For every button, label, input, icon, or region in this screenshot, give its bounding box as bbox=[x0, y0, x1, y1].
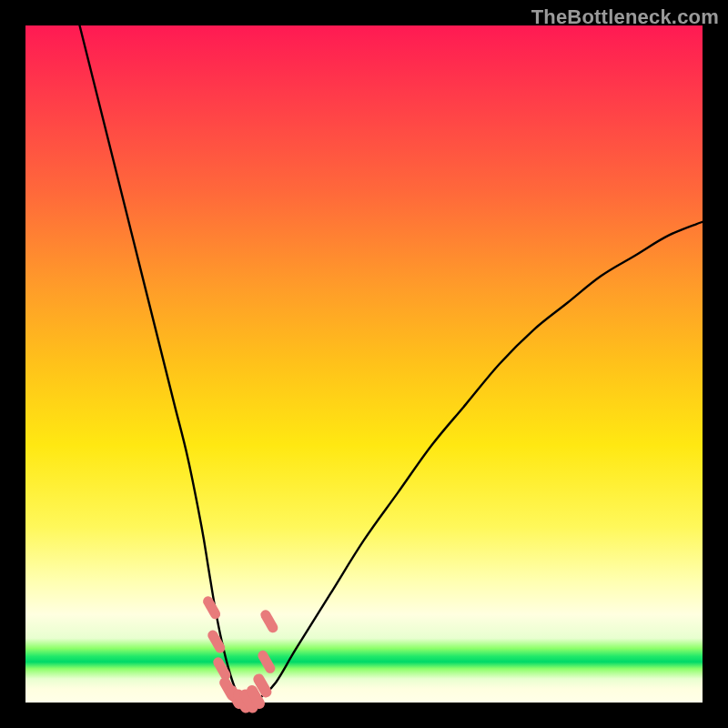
plot-area bbox=[25, 25, 703, 703]
chart-stage: TheBottleneck.com bbox=[0, 0, 728, 728]
watermark-text: TheBottleneck.com bbox=[531, 5, 719, 29]
